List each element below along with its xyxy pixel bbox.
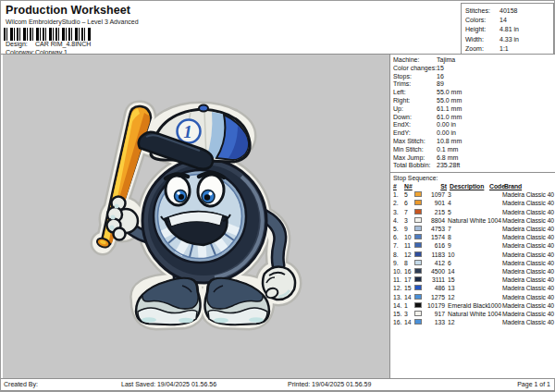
needle-number: 17: [404, 276, 414, 284]
thread-color-swatch: [414, 311, 422, 316]
info-value: 15: [437, 65, 444, 71]
thread-description: 14: [448, 267, 487, 276]
needle-number: 10: [404, 233, 414, 241]
info-value: 0.1 mm: [437, 146, 458, 153]
thread-color-swatch: [414, 242, 422, 248]
info-row: Max Stitch:10.8 mm: [393, 138, 555, 146]
thread-brand: Madeira Classic 40: [502, 217, 554, 224]
stitch-count: 1275: [424, 293, 445, 301]
thread-brand: Madeira Classic 40: [502, 302, 554, 309]
info-row: Stitches:40158: [465, 6, 553, 16]
stop-number: 13.: [393, 293, 404, 301]
info-label: Trims:: [393, 80, 437, 89]
thread-brand: Madeira Classic 40: [502, 234, 554, 240]
thread-color-swatch: [414, 226, 422, 231]
stop-sequence-header: #N#StDescriptionCodeBrand: [393, 182, 555, 190]
stop-number: 9.: [393, 259, 404, 267]
stop-number: 1.: [393, 190, 404, 199]
thread-color-swatch: [414, 191, 422, 197]
stop-row: 16.1413312Madeira Classic 40: [393, 318, 555, 326]
info-value: 61.0 mm: [437, 114, 462, 120]
info-label: Up:: [393, 105, 437, 114]
footer-page-number: Page 1 of 1: [517, 381, 550, 387]
col-description: Description: [450, 182, 489, 190]
stitch-count: 215: [424, 208, 445, 216]
info-value: 14: [500, 17, 507, 23]
needle-number: 16: [404, 267, 414, 276]
stop-row: 15.3917Natural White1004Madeira Classic …: [393, 310, 555, 318]
info-value: 6.8 mm: [437, 154, 458, 161]
stitch-count: 616: [424, 241, 445, 250]
design-barcode: [4, 28, 91, 41]
info-label: Max Jump:: [393, 154, 437, 163]
stop-number: 6.: [393, 233, 404, 241]
stop-row: 1.510973Madeira Classic 40: [393, 190, 555, 199]
info-label: Stitches:: [465, 6, 500, 16]
thread-color-swatch: [414, 268, 422, 274]
needle-number: 6: [404, 199, 414, 207]
thread-brand: Madeira Classic 40: [502, 200, 554, 206]
info-value: 61.1 mm: [437, 105, 462, 112]
thread-description: 13: [448, 284, 487, 292]
thread-color-swatch: [414, 260, 422, 265]
right-glove: [263, 266, 295, 300]
needle-number: 15: [404, 284, 414, 292]
stop-sequence: Stop Sequence: #N#StDescriptionCodeBrand…: [393, 175, 555, 326]
thread-color-swatch: [414, 319, 422, 325]
info-row: Down:61.0 mm: [393, 114, 555, 122]
stop-row: 4.38804Natural White1004Madeira Classic …: [393, 216, 555, 225]
thread-brand: Madeira Classic 40: [502, 268, 554, 275]
stitch-count: 3111: [424, 276, 445, 284]
needle-number: 5: [404, 190, 414, 199]
thread-description: Natural White: [448, 310, 487, 318]
needle-number: 11: [404, 241, 414, 250]
stop-row: 5.947537Madeira Classic 40: [393, 225, 555, 233]
stop-number: 3.: [393, 208, 404, 216]
thread-brand: Madeira Classic 40: [502, 311, 554, 317]
info-row: Stops:16: [393, 73, 555, 81]
design-label: Design:: [6, 41, 35, 47]
info-row: Color changes:15: [393, 65, 555, 73]
info-row: Up:61.1 mm: [393, 105, 555, 114]
thread-code: 1000: [487, 301, 502, 310]
thread-color-swatch: [414, 276, 422, 282]
stop-row: 14.110179Emerald Black1000Madeira Classi…: [393, 301, 555, 310]
thread-color-swatch: [414, 294, 422, 300]
info-value: 55.0 mm: [437, 89, 462, 95]
info-label: Max Stitch:: [393, 138, 437, 146]
stitch-count: 133: [424, 318, 445, 326]
stitch-count: 901: [424, 199, 445, 207]
thread-color-swatch: [414, 234, 422, 239]
info-row: Height:4.81 in: [465, 25, 553, 34]
thread-brand: Madeira Classic 40: [502, 276, 554, 283]
stop-row: 11.17311115Madeira Classic 40: [393, 276, 555, 284]
stop-row: 6.1015748Madeira Classic 40: [393, 233, 555, 241]
page-title: Production Worksheet: [6, 4, 130, 17]
info-row: Right:55.0 mm: [393, 97, 555, 105]
info-label: Height:: [465, 25, 500, 34]
design-canvas: 1: [3, 55, 389, 378]
thread-description: 4: [448, 199, 487, 207]
thread-description: 7: [448, 225, 487, 233]
stop-row: 12.1548613Madeira Classic 40: [393, 284, 555, 292]
design-value: CAR RIM_4.8INCH: [35, 41, 91, 47]
thread-brand: Madeira Classic 40: [502, 294, 554, 300]
info-row: Zoom:1:1: [465, 44, 553, 54]
stop-number: 15.: [393, 310, 404, 318]
thread-description: 12: [448, 318, 487, 326]
needle-number: 3: [404, 216, 414, 225]
footer-bottom-line: [1, 390, 555, 391]
needle-number: 14: [404, 293, 414, 301]
stop-number: 12.: [393, 284, 404, 292]
info-value: 4.33 in: [500, 36, 519, 43]
col-code: Code: [489, 182, 504, 190]
info-label: Down:: [393, 114, 437, 122]
stop-row: 2.69014Madeira Classic 40: [393, 199, 555, 207]
stitch-count: 4500: [424, 267, 445, 276]
info-label: Min Stitch:: [393, 146, 437, 154]
stop-row: 10.16450014Madeira Classic 40: [393, 267, 555, 276]
thread-brand: Madeira Classic 40: [502, 191, 554, 198]
thread-brand: Madeira Classic 40: [502, 260, 554, 266]
needle-number: 7: [404, 208, 414, 216]
thread-color-swatch: [414, 217, 422, 223]
